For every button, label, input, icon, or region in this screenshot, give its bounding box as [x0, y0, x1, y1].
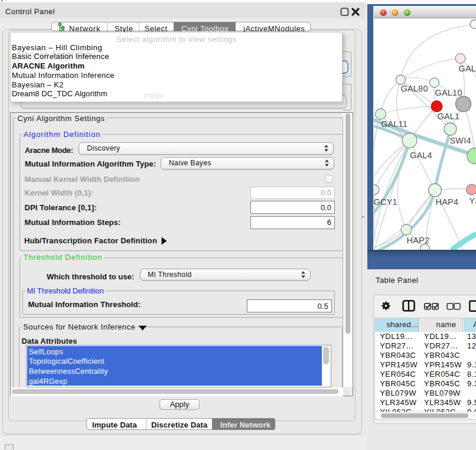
svg-text:SWI4: SWI4 — [449, 136, 471, 145]
svg-text:GAL1: GAL1 — [437, 112, 459, 121]
svg-text:GAL10: GAL10 — [435, 88, 462, 97]
svg-text:GAL4: GAL4 — [410, 151, 432, 160]
svg-text:GAL80: GAL80 — [400, 84, 428, 93]
svg-text:HAP2: HAP2 — [406, 236, 429, 245]
svg-text:YJL21: YJL21 — [469, 196, 476, 206]
svg-text:GAL11: GAL11 — [381, 119, 407, 129]
svg-text:HAP4: HAP4 — [435, 197, 458, 207]
svg-text:GAL7: GAL7 — [458, 64, 476, 73]
svg-text:GCY1: GCY1 — [374, 197, 397, 207]
